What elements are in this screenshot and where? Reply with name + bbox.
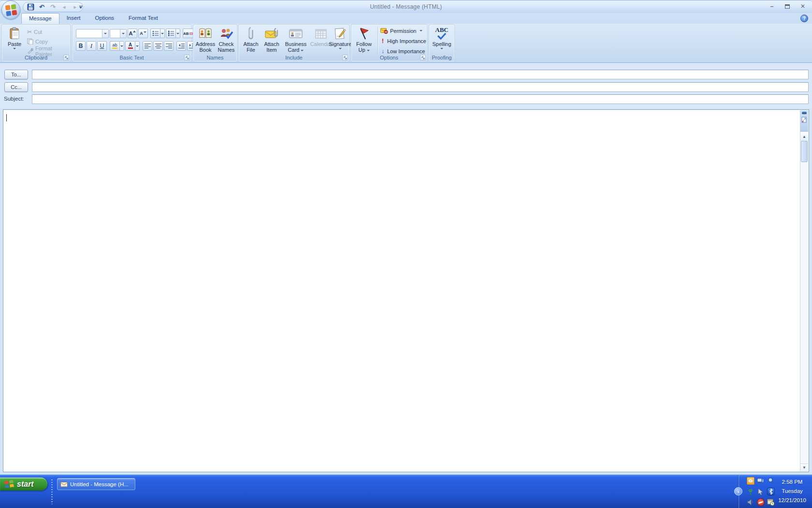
messenger-tray-icon[interactable]	[747, 477, 754, 485]
shrink-font-button[interactable]: A	[138, 29, 148, 38]
tab-format-text[interactable]: Format Text	[121, 13, 165, 24]
align-right-button[interactable]	[164, 41, 174, 51]
italic-button[interactable]: I	[87, 41, 96, 51]
scrollbar-thumb[interactable]	[801, 141, 808, 162]
antivirus-tray-icon[interactable]	[757, 498, 765, 506]
basic-text-group: A A	[72, 24, 191, 62]
font-family-caret[interactable]	[102, 30, 108, 38]
decrease-indent-icon	[178, 43, 185, 49]
numbering-caret[interactable]	[175, 29, 180, 38]
include-dialog-launcher[interactable]	[342, 55, 348, 60]
bluetooth-tray-icon[interactable]	[767, 488, 775, 495]
start-label: start	[17, 480, 39, 489]
signature-caret	[339, 48, 342, 49]
volume-tray-icon[interactable]	[747, 498, 754, 506]
clear-formatting-button[interactable]: AB	[183, 29, 193, 38]
cut-icon: ✂	[27, 29, 32, 35]
attach-file-button[interactable]: Attach File	[241, 26, 261, 54]
bullets-button[interactable]	[150, 29, 165, 38]
grow-arrow	[133, 30, 136, 32]
business-card-icon	[289, 26, 303, 41]
scroll-up-button[interactable]: ▲	[800, 133, 808, 140]
tab-options[interactable]: Options	[87, 13, 121, 24]
to-button[interactable]: To...	[4, 70, 28, 79]
include-group: Attach File Attach Item	[238, 24, 349, 62]
text-highlight-button[interactable]: ab	[110, 41, 124, 51]
basic-text-dialog-launcher[interactable]	[184, 55, 190, 60]
decrease-indent-button[interactable]	[176, 41, 186, 51]
close-button[interactable]: ✕	[798, 3, 807, 10]
attach-item-icon	[264, 26, 279, 41]
ribbon-tab-row: Message Insert Options Format Text ?	[0, 13, 812, 24]
bullets-caret[interactable]	[160, 29, 165, 38]
subject-field[interactable]	[32, 94, 809, 104]
paste-dropdown-caret	[13, 48, 16, 49]
cc-button[interactable]: Cc...	[4, 82, 28, 92]
spelling-button[interactable]: ABC Spelling	[431, 26, 453, 54]
font-size-caret[interactable]	[120, 30, 126, 38]
cc-field[interactable]	[32, 82, 809, 92]
options-dialog-launcher[interactable]	[420, 55, 426, 60]
align-right-icon	[166, 43, 172, 49]
names-group: Address Book Check Names Names	[193, 24, 237, 62]
message-body-editor[interactable]: ▲ ▼	[3, 109, 809, 472]
grow-font-button[interactable]: A	[128, 29, 137, 38]
options-group: Follow Up Permis	[351, 24, 427, 62]
spelling-caret	[440, 48, 443, 49]
help-button[interactable]: ?	[800, 15, 808, 22]
underline-button[interactable]: U	[97, 41, 107, 51]
highlight-caret[interactable]	[119, 41, 124, 51]
minimize-button[interactable]: –	[768, 3, 776, 10]
align-center-button[interactable]	[153, 41, 163, 51]
paste-button[interactable]: Paste	[5, 26, 24, 54]
signature-button[interactable]: Signature	[332, 26, 348, 54]
high-importance-button[interactable]: ! High Importance	[380, 36, 426, 45]
scheduler-tray-icon[interactable]	[767, 498, 775, 506]
font-family-combo[interactable]	[76, 29, 109, 38]
tray-collapse-button[interactable]: ‹	[734, 487, 742, 495]
font-color-caret[interactable]	[135, 41, 140, 51]
address-book-button[interactable]: Address Book	[195, 26, 216, 54]
follow-up-button[interactable]: Follow Up	[353, 26, 375, 54]
window-title: Untitled - Message (HTML)	[0, 3, 812, 10]
email-task-icon	[60, 481, 68, 487]
clock-day: Tuesday	[774, 487, 810, 496]
font-size-combo[interactable]	[110, 29, 127, 38]
pointer-device-tray-icon[interactable]	[757, 488, 765, 495]
start-button[interactable]: start	[0, 478, 47, 491]
wireless-tray-icon[interactable]	[747, 488, 754, 495]
taskbar-task-button[interactable]: Untitled - Message (H...	[57, 478, 135, 490]
ruler-toggle-button[interactable]	[801, 116, 808, 123]
signature-icon	[334, 26, 347, 41]
taskbar: start Untitled - Message (H... ‹	[0, 475, 812, 508]
vertical-scrollbar[interactable]: ▲ ▼	[800, 110, 808, 471]
maximize-button[interactable]	[783, 3, 792, 10]
paste-icon	[9, 26, 20, 41]
tab-insert[interactable]: Insert	[59, 13, 88, 24]
numbering-button[interactable]	[166, 29, 180, 38]
permission-button[interactable]: Permission	[380, 26, 426, 35]
check-names-button[interactable]: Check Names	[216, 26, 236, 54]
scroll-down-button[interactable]: ▼	[800, 463, 808, 471]
address-book-icon	[199, 26, 212, 41]
text-highlight-icon: ab	[110, 41, 119, 51]
copy-icon	[27, 38, 33, 45]
calendar-icon	[315, 26, 327, 41]
display-settings-tray-icon[interactable]	[757, 477, 765, 485]
bold-button[interactable]: B	[76, 41, 86, 51]
font-color-icon: A	[125, 41, 135, 51]
font-color-button[interactable]: A	[125, 41, 140, 51]
search-tray-icon[interactable]	[767, 477, 775, 485]
office-button[interactable]	[1, 0, 20, 19]
outlook-compose-window: ↶ ↷ ◄ ► Untitled - Message (HTML) – ✕ Me…	[0, 0, 812, 508]
align-left-button[interactable]	[143, 41, 152, 51]
clipboard-dialog-launcher[interactable]	[63, 55, 69, 60]
attach-item-button[interactable]: Attach Item	[261, 26, 282, 54]
clock-time: 2:58 PM	[774, 478, 810, 487]
group-label-names: Names	[207, 55, 224, 60]
business-card-button[interactable]: Business Card	[283, 26, 309, 54]
permission-caret	[420, 30, 422, 31]
to-field[interactable]	[32, 70, 809, 79]
tab-message[interactable]: Message	[21, 13, 59, 24]
split-handle[interactable]	[802, 112, 807, 114]
